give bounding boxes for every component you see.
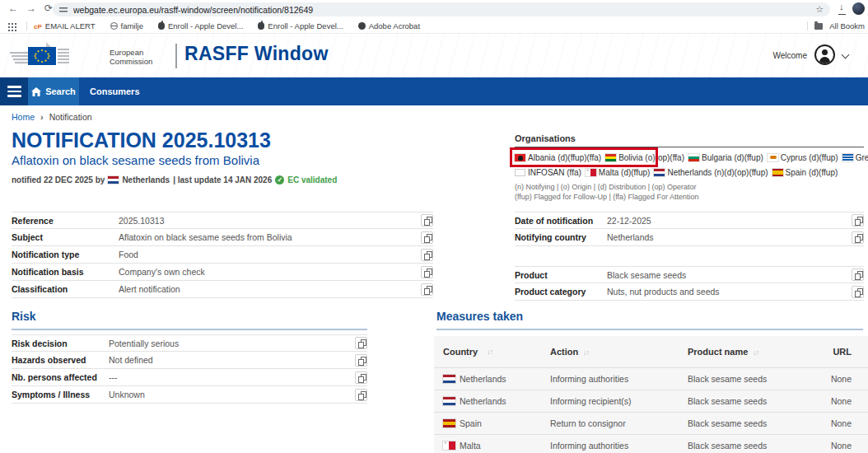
detail-row-notifying-country: Notifying country Netherlands bbox=[515, 229, 864, 246]
organisations-row-1: Albania (d)(ffup)(ffa) Bolivia (o)(op)(f… bbox=[515, 153, 864, 162]
address-bar[interactable]: webgate.ec.europa.eu/rasff-window/screen… bbox=[53, 2, 830, 16]
bookmark-enroll-2[interactable]: Enroll - Apple Devel... bbox=[258, 21, 343, 30]
measure-product: Black sesame seeds bbox=[688, 441, 814, 451]
breadcrumb-home-link[interactable]: Home bbox=[12, 112, 35, 122]
copy-button[interactable] bbox=[852, 231, 864, 244]
measures-header-row: Country Action Product name URL bbox=[434, 336, 868, 367]
greece-flag-icon bbox=[842, 154, 853, 161]
browser-profile-avatar[interactable] bbox=[852, 2, 865, 15]
validated-check-icon: ✓ bbox=[275, 175, 284, 184]
detail-label: Notification type bbox=[12, 250, 119, 259]
bookmarks-bar: EMAIL ALERT familje Enroll - Apple Devel… bbox=[0, 19, 868, 34]
org-netherlands[interactable]: Netherlands (n)(d)(op)(ffup) bbox=[654, 168, 768, 177]
all-bookmarks-button[interactable]: All Bookm bbox=[814, 21, 865, 30]
org-spain[interactable]: Spain (d)(ffup) bbox=[772, 168, 838, 177]
netherlands-flag-icon bbox=[654, 169, 665, 176]
org-cyprus[interactable]: Cyprus (d)(ffup) bbox=[768, 153, 838, 162]
copy-button[interactable] bbox=[421, 283, 433, 296]
measures-section-title: Measures taken bbox=[436, 310, 863, 330]
copy-button[interactable] bbox=[421, 214, 433, 226]
page-title: NOTIFICATION 2025.10313 bbox=[12, 128, 271, 152]
detail-value: Aflatoxin on black sesame seeds from Bol… bbox=[119, 232, 421, 242]
detail-value: Nuts, nut products and seeds bbox=[607, 287, 852, 297]
detail-row-reference: Reference 2025.10313 bbox=[12, 212, 433, 229]
copy-button[interactable] bbox=[355, 389, 367, 401]
globe-favicon bbox=[110, 22, 118, 30]
detail-value: 22-12-2025 bbox=[607, 216, 852, 226]
copy-button[interactable] bbox=[421, 249, 433, 261]
col-product-header[interactable]: Product name bbox=[688, 347, 748, 357]
copy-button[interactable] bbox=[852, 269, 864, 281]
malta-flag-icon bbox=[443, 441, 455, 450]
org-albania[interactable]: Albania (d)(ffup)(ffa) bbox=[515, 153, 601, 162]
risk-row-hazards: Hazards observed Not defined bbox=[12, 352, 367, 369]
meta-update: | last update 14 JAN 2026 bbox=[173, 175, 272, 184]
detail-value: Black sesame seeds bbox=[607, 270, 852, 280]
url-text[interactable]: webgate.ec.europa.eu/rasff-window/screen… bbox=[73, 5, 810, 15]
org-label: Bulgaria (d)(ffup) bbox=[702, 153, 763, 162]
org-bolivia[interactable]: Bolivia (o)(op)(ffa) bbox=[605, 153, 684, 162]
organisations-title: Organisations bbox=[515, 133, 864, 147]
bookmark-adobe[interactable]: Adobe Acrobat bbox=[358, 21, 420, 30]
forward-icon[interactable]: → bbox=[26, 2, 36, 14]
org-label: Netherlands (n)(d)(op)(ffup) bbox=[667, 168, 768, 177]
detail-label: Hazards observed bbox=[12, 355, 109, 365]
organisations-row-2: INFOSAN (ffa) Malta (d)(ffup) Netherland… bbox=[515, 168, 864, 177]
detail-row-subject: Subject Aflatoxin on black sesame seeds … bbox=[12, 229, 433, 246]
hamburger-menu-icon[interactable] bbox=[0, 77, 28, 105]
copy-button[interactable] bbox=[852, 286, 864, 298]
copy-button[interactable] bbox=[355, 354, 367, 367]
measure-country: Spain bbox=[460, 418, 482, 428]
downloads-icon[interactable] bbox=[837, 4, 847, 15]
detail-row-product-category: Product category Nuts, nut products and … bbox=[515, 283, 864, 301]
measure-url: None bbox=[814, 418, 852, 428]
bookmark-enroll-1[interactable]: Enroll - Apple Devel... bbox=[158, 21, 243, 30]
copy-button[interactable] bbox=[421, 231, 433, 244]
org-greece[interactable]: Greece (d)(op)(ffup) bbox=[842, 153, 868, 162]
all-bookmarks-label: All Bookm bbox=[829, 21, 865, 30]
org-infosan[interactable]: INFOSAN (ffa) bbox=[515, 168, 581, 177]
chevron-right-icon: › bbox=[40, 112, 44, 122]
details-table-right-top: Date of notification 22-12-2025 Notifyin… bbox=[515, 212, 864, 246]
back-icon[interactable]: ← bbox=[8, 2, 18, 14]
nav-item-search[interactable]: Search bbox=[28, 77, 79, 105]
copy-button[interactable] bbox=[355, 337, 367, 349]
detail-label: Nb. persons affected bbox=[12, 372, 109, 382]
copy-button[interactable] bbox=[852, 214, 864, 226]
measure-country: Malta bbox=[460, 441, 481, 451]
sort-icon[interactable] bbox=[487, 348, 492, 356]
detail-row-notification-type: Notification type Food bbox=[12, 246, 433, 264]
breadcrumb: Home › Notification bbox=[12, 112, 92, 122]
detail-value: Netherlands bbox=[607, 232, 852, 242]
sort-icon[interactable] bbox=[753, 348, 758, 357]
site-settings-icon[interactable] bbox=[59, 6, 68, 13]
netherlands-flag-icon bbox=[108, 176, 119, 184]
detail-row-notification-basis: Notification basis Company's own check bbox=[12, 264, 433, 281]
sort-icon[interactable] bbox=[583, 348, 589, 357]
org-malta[interactable]: Malta (d)(ffup) bbox=[586, 168, 651, 177]
nav-item-consumers[interactable]: Consumers bbox=[79, 77, 151, 105]
col-action-header[interactable]: Action bbox=[550, 347, 578, 357]
user-avatar[interactable] bbox=[814, 44, 835, 65]
detail-value: 2025.10313 bbox=[119, 216, 421, 226]
org-bulgaria[interactable]: Bulgaria (d)(ffup) bbox=[688, 153, 763, 162]
detail-label: Product bbox=[515, 270, 607, 280]
bookmark-star-icon[interactable]: ☆ bbox=[815, 4, 824, 15]
reload-icon[interactable]: ⟳ bbox=[44, 2, 53, 14]
copy-button[interactable] bbox=[355, 371, 367, 384]
cyprus-flag-icon bbox=[768, 154, 778, 161]
bookmark-familje[interactable]: familje bbox=[110, 21, 143, 30]
welcome-label: Welcome bbox=[773, 51, 808, 60]
copy-icon bbox=[855, 217, 862, 225]
col-country-header[interactable]: Country bbox=[443, 347, 478, 357]
bookmark-label: Enroll - Apple Devel... bbox=[168, 21, 243, 30]
bookmark-email-alert[interactable]: EMAIL ALERT bbox=[34, 21, 96, 30]
spain-flag-icon bbox=[443, 419, 455, 427]
chevron-down-icon[interactable] bbox=[842, 51, 850, 59]
copy-icon bbox=[358, 374, 366, 382]
apps-grid-icon[interactable] bbox=[8, 23, 10, 25]
copy-icon bbox=[358, 357, 366, 365]
copy-button[interactable] bbox=[421, 266, 433, 278]
notification-meta: notified 22 DEC 2025 by Netherlands | la… bbox=[12, 175, 337, 184]
measure-country: Netherlands bbox=[460, 396, 506, 406]
